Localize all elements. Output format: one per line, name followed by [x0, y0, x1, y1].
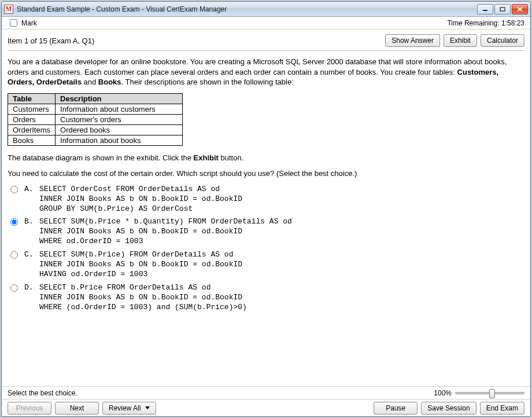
choice-c-radio[interactable] [10, 251, 18, 259]
choice-b-code: SELECT SUM(b.Price * b.Quantity) FROM Or… [39, 217, 292, 247]
choice-c[interactable]: C. SELECT SUM(b.Price) FROM OrderDetails… [8, 250, 524, 280]
choice-a-code: SELECT OrderCost FROM OrderDetails AS od… [39, 185, 242, 214]
exhibit-bold: Exhibit [194, 153, 219, 162]
divider [8, 50, 524, 51]
choices-group: A. SELECT OrderCost FROM OrderDetails AS… [8, 185, 524, 313]
svg-rect-1 [500, 8, 505, 11]
table-row: OrdersCustomer's orders [8, 114, 183, 124]
svg-rect-0 [483, 10, 487, 11]
table-row: BooksInformation about books [8, 135, 183, 145]
mark-checkbox-label[interactable]: Mark [8, 17, 37, 28]
th-description: Description [56, 93, 183, 104]
choice-b-radio[interactable] [10, 218, 18, 226]
intro-mid: and [82, 78, 98, 86]
exhibit-suffix: button. [219, 153, 243, 162]
window-controls [477, 4, 528, 14]
next-button[interactable]: Next [55, 402, 99, 415]
table-header-row: Table Description [8, 93, 183, 104]
zoom-slider-thumb[interactable] [489, 389, 495, 398]
question-body: You are a database developer for an onli… [8, 57, 524, 312]
cell: Books [8, 135, 56, 145]
zoom-control: 100% [434, 389, 524, 397]
minimize-button[interactable] [477, 4, 493, 14]
choice-c-code: SELECT SUM(b.Price) FROM OrderDetails AS… [39, 250, 242, 280]
table-row: OrderItemsOrdered books [8, 124, 183, 135]
close-button[interactable] [512, 4, 528, 14]
item-header: Item 1 of 15 (Exam A, Q1) Show Answer Ex… [8, 34, 524, 47]
maximize-button[interactable] [494, 4, 511, 14]
bottom-button-bar: Previous Next Review All Pause Save Sess… [2, 399, 530, 416]
intro-suffix: . Their descriptions are shown in the fo… [121, 78, 294, 86]
choice-d-letter: D. [24, 283, 35, 292]
app-window: M Standard Exam Sample - Custom Exam - V… [1, 1, 531, 417]
pause-button[interactable]: Pause [374, 402, 418, 415]
zoom-percent: 100% [434, 389, 452, 397]
exhibit-instruction: The database diagram is shown in the exh… [8, 153, 524, 163]
previous-button[interactable]: Previous [8, 402, 51, 415]
table-row: CustomersInformation about customers [8, 104, 183, 114]
save-session-button[interactable]: Save Session [421, 402, 476, 415]
choice-b[interactable]: B. SELECT SUM(b.Price * b.Quantity) FROM… [8, 217, 524, 247]
th-table: Table [8, 93, 56, 104]
end-exam-button[interactable]: End Exam [480, 402, 524, 415]
choice-a[interactable]: A. SELECT OrderCost FROM OrderDetails AS… [8, 185, 524, 214]
choice-d-radio[interactable] [10, 284, 18, 292]
footer-instruction-text: Select the best choice. [8, 389, 77, 397]
zoom-slider-track[interactable] [455, 392, 524, 394]
choice-a-letter: A. [24, 185, 35, 193]
exhibit-button[interactable]: Exhibit [444, 34, 477, 47]
question-intro: You are a database developer for an onli… [8, 57, 524, 87]
tables-description-table: Table Description CustomersInformation a… [8, 93, 183, 146]
cell: Customer's orders [56, 114, 183, 124]
content-area: Item 1 of 15 (Exam A, Q1) Show Answer Ex… [2, 30, 530, 386]
mark-checkbox[interactable] [10, 19, 17, 27]
choice-d-code: SELECT b.Price FROM OrderDetails AS od I… [39, 283, 247, 313]
question-prompt: You need to calculate the cost of the ce… [8, 168, 524, 179]
cell: Orders [8, 114, 56, 124]
choice-d[interactable]: D. SELECT b.Price FROM OrderDetails AS o… [8, 283, 524, 313]
titlebar: M Standard Exam Sample - Custom Exam - V… [2, 2, 530, 17]
item-label: Item 1 of 15 (Exam A, Q1) [8, 36, 385, 45]
cell: Information about books [56, 135, 183, 145]
time-remaining: Time Remaining: 1:58:23 [447, 19, 524, 27]
cell: Customers [8, 104, 56, 114]
choice-b-letter: B. [24, 217, 35, 226]
intro-text: You are a database developer for an onli… [8, 57, 507, 76]
window-title: Standard Exam Sample - Custom Exam - Vis… [17, 5, 477, 13]
exhibit-prefix: The database diagram is shown in the exh… [8, 153, 194, 162]
mark-row: Mark Time Remaining: 1:58:23 [2, 17, 530, 30]
cell: OrderItems [8, 124, 56, 135]
cell: Information about customers [56, 104, 183, 114]
bold-books: Books [98, 78, 121, 86]
review-all-button[interactable]: Review All [102, 402, 156, 415]
calculator-button[interactable]: Calculator [481, 34, 524, 47]
choice-c-letter: C. [24, 250, 35, 259]
review-all-label: Review All [109, 404, 141, 412]
chevron-down-icon [145, 406, 150, 409]
choice-a-radio[interactable] [10, 186, 18, 193]
cell: Ordered books [56, 124, 183, 135]
show-answer-button[interactable]: Show Answer [385, 34, 440, 47]
app-icon: M [4, 5, 13, 14]
mark-label-text: Mark [21, 19, 37, 27]
footer-instruction-bar: Select the best choice. 100% [2, 386, 530, 399]
